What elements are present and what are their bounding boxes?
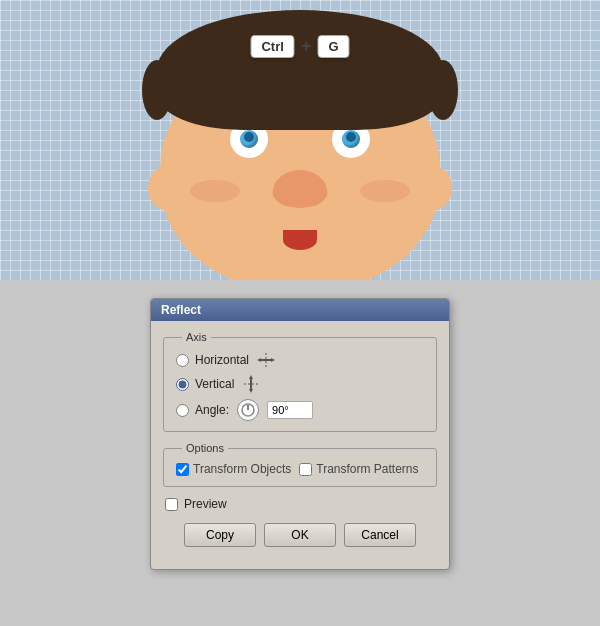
horizontal-radio-row: Horizontal xyxy=(176,351,424,369)
dialog-body: Axis Horizontal Vertical xyxy=(151,321,449,569)
angle-radio[interactable] xyxy=(176,404,189,417)
horizontal-radio[interactable] xyxy=(176,354,189,367)
svg-marker-2 xyxy=(271,358,275,362)
copy-button[interactable]: Copy xyxy=(184,523,256,547)
character-illustration xyxy=(140,30,460,280)
horizontal-label[interactable]: Horizontal xyxy=(195,353,249,367)
angle-dial-icon xyxy=(237,399,259,421)
svg-marker-5 xyxy=(249,375,253,379)
axis-fieldset: Axis Horizontal Vertical xyxy=(163,331,437,432)
g-key-badge: G xyxy=(317,35,349,58)
svg-rect-0 xyxy=(259,359,273,361)
horizontal-axis-icon xyxy=(257,351,275,369)
dialog-title: Reflect xyxy=(151,299,449,321)
shortcut-display: Ctrl + G xyxy=(250,35,349,58)
dialog-buttons: Copy OK Cancel xyxy=(163,523,437,559)
options-row: Transform Objects Transform Patterns xyxy=(176,462,424,476)
angle-row: Angle: xyxy=(176,399,424,421)
character-hair xyxy=(157,10,443,130)
cancel-button[interactable]: Cancel xyxy=(344,523,416,547)
vertical-radio[interactable] xyxy=(176,378,189,391)
svg-rect-4 xyxy=(250,377,252,391)
svg-marker-1 xyxy=(257,358,261,362)
options-fieldset: Options Transform Objects Transform Patt… xyxy=(163,442,437,487)
vertical-radio-row: Vertical xyxy=(176,375,424,393)
plus-sign: + xyxy=(301,36,312,57)
vertical-axis-icon xyxy=(242,375,260,393)
preview-row: Preview xyxy=(163,497,437,511)
character-mouth xyxy=(283,230,317,250)
preview-checkbox[interactable] xyxy=(165,498,178,511)
vertical-label[interactable]: Vertical xyxy=(195,377,234,391)
svg-marker-6 xyxy=(249,389,253,393)
transform-objects-checkbox[interactable] xyxy=(176,463,189,476)
character-cheek-right xyxy=(360,180,410,202)
transform-objects-option: Transform Objects xyxy=(176,462,291,476)
character-pupil-left xyxy=(244,132,254,142)
transform-objects-label[interactable]: Transform Objects xyxy=(193,462,291,476)
reflect-dialog: Reflect Axis Horizontal xyxy=(150,298,450,570)
ok-button[interactable]: OK xyxy=(264,523,336,547)
transform-patterns-label[interactable]: Transform Patterns xyxy=(316,462,418,476)
dialog-overlay: Reflect Axis Horizontal xyxy=(0,280,600,626)
options-legend: Options xyxy=(182,442,228,454)
ctrl-key-badge: Ctrl xyxy=(250,35,294,58)
character-pupil-right xyxy=(346,132,356,142)
character-cheek-left xyxy=(190,180,240,202)
preview-label[interactable]: Preview xyxy=(184,497,227,511)
transform-patterns-option: Transform Patterns xyxy=(299,462,418,476)
angle-input[interactable] xyxy=(267,401,313,419)
axis-legend: Axis xyxy=(182,331,211,343)
character-nose xyxy=(273,170,328,208)
transform-patterns-checkbox[interactable] xyxy=(299,463,312,476)
angle-label[interactable]: Angle: xyxy=(195,403,229,417)
canvas-area: Ctrl + G xyxy=(0,0,600,280)
